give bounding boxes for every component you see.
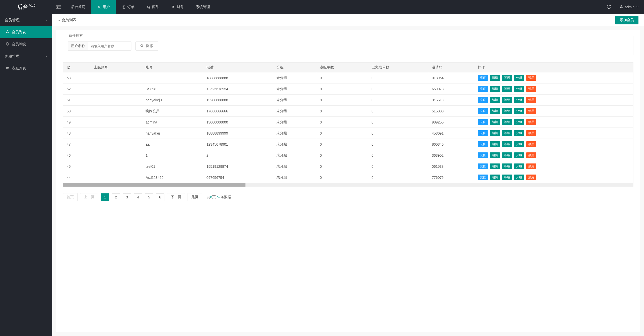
group-button[interactable]: 分组 bbox=[514, 97, 524, 103]
disable-button[interactable]: 禁用 bbox=[526, 175, 536, 180]
horizontal-scrollbar[interactable] bbox=[63, 183, 633, 187]
level-button[interactable]: 等级 bbox=[502, 141, 512, 147]
username-input[interactable] bbox=[88, 42, 131, 50]
table-row: 44Asd123456097656754未分组00776075充值编辑等级分组禁… bbox=[63, 172, 633, 183]
disable-button[interactable]: 禁用 bbox=[526, 152, 536, 158]
sidebar-group-0[interactable]: 会员管理 bbox=[0, 14, 52, 26]
group-button[interactable]: 分组 bbox=[514, 108, 524, 114]
refresh-button[interactable] bbox=[603, 5, 614, 10]
table-row: 48nanyakeji18888899999未分组00453091充值编辑等级分… bbox=[63, 128, 633, 139]
recharge-button[interactable]: 充值 bbox=[478, 141, 488, 147]
edit-button[interactable]: 编辑 bbox=[490, 108, 500, 114]
col-header-2: 账号 bbox=[142, 63, 203, 72]
edit-button[interactable]: 编辑 bbox=[490, 86, 500, 92]
group-button[interactable]: 分组 bbox=[514, 130, 524, 136]
recharge-button[interactable]: 充值 bbox=[478, 130, 488, 136]
nav-tab-2[interactable]: 订单 bbox=[116, 0, 140, 14]
level-button[interactable]: 等级 bbox=[502, 152, 512, 158]
group-button[interactable]: 分组 bbox=[514, 175, 524, 180]
table-cell: 17666666666 bbox=[203, 106, 273, 117]
table-cell: 0 bbox=[368, 128, 428, 139]
edit-button[interactable]: 编辑 bbox=[490, 75, 500, 81]
recharge-button[interactable]: 充值 bbox=[478, 152, 488, 158]
disable-button[interactable]: 禁用 bbox=[526, 163, 536, 169]
table-cell: 50 bbox=[63, 106, 90, 117]
recharge-button[interactable]: 充值 bbox=[478, 86, 488, 92]
level-button[interactable]: 等级 bbox=[502, 86, 512, 92]
recharge-button[interactable]: 充值 bbox=[478, 97, 488, 103]
sidebar-item-0-0[interactable]: 会员列表 bbox=[0, 26, 52, 38]
search-button[interactable]: 搜 索 bbox=[135, 41, 158, 51]
nav-tab-label: 系统管理 bbox=[196, 5, 210, 9]
sidebar-toggle[interactable] bbox=[52, 5, 65, 9]
disable-button[interactable]: 禁用 bbox=[526, 75, 536, 81]
disable-button[interactable]: 禁用 bbox=[526, 130, 536, 136]
page-4[interactable]: 4 bbox=[134, 193, 142, 201]
page-6[interactable]: 6 bbox=[156, 193, 164, 201]
edit-button[interactable]: 编辑 bbox=[490, 119, 500, 125]
edit-button[interactable]: 编辑 bbox=[490, 130, 500, 136]
page-1[interactable]: 1 bbox=[101, 193, 109, 201]
group-button[interactable]: 分组 bbox=[514, 141, 524, 147]
nav-tab-4[interactable]: ¥财务 bbox=[165, 0, 190, 14]
disable-button[interactable]: 禁用 bbox=[526, 97, 536, 103]
sidebar-item-1-0[interactable]: 客服列表 bbox=[0, 62, 52, 74]
sidebar-item-label: 会员等级 bbox=[12, 42, 48, 47]
admin-menu[interactable]: admin bbox=[614, 5, 644, 10]
group-button[interactable]: 分组 bbox=[514, 75, 524, 81]
col-header-7: 邀请码 bbox=[428, 63, 474, 72]
group-button[interactable]: 分组 bbox=[514, 152, 524, 158]
page-3[interactable]: 3 bbox=[123, 193, 131, 201]
nav-tab-label: 订单 bbox=[127, 5, 134, 9]
disable-button[interactable]: 禁用 bbox=[526, 86, 536, 92]
search-button-label: 搜 索 bbox=[146, 44, 153, 48]
group-button[interactable]: 分组 bbox=[514, 86, 524, 92]
username-addon: 用户名称 bbox=[68, 42, 88, 50]
nav-tab-0[interactable]: 后台首页 bbox=[65, 0, 91, 14]
sidebar-item-0-1[interactable]: 会员等级 bbox=[0, 38, 52, 50]
edit-button[interactable]: 编辑 bbox=[490, 152, 500, 158]
page-last[interactable]: 尾页 bbox=[188, 193, 202, 201]
nav-tab-1[interactable]: 用户 bbox=[91, 0, 116, 14]
nav-tab-5[interactable]: 系统管理 bbox=[190, 0, 216, 14]
col-header-4: 分组 bbox=[273, 63, 316, 72]
edit-button[interactable]: 编辑 bbox=[490, 175, 500, 180]
nav-tab-3[interactable]: 商品 bbox=[140, 0, 165, 14]
members-table: ID上级账号账号电话分组该组单数已完成单数邀请码操作 5318888888888… bbox=[63, 62, 633, 183]
table-cell: 52 bbox=[63, 83, 90, 95]
actions-cell: 充值编辑等级分组禁用 bbox=[474, 95, 633, 106]
edit-button[interactable]: 编辑 bbox=[490, 141, 500, 147]
search-icon bbox=[140, 44, 144, 48]
recharge-button[interactable]: 充值 bbox=[478, 119, 488, 125]
level-button[interactable]: 等级 bbox=[502, 130, 512, 136]
recharge-button[interactable]: 充值 bbox=[478, 163, 488, 169]
nav-tab-label: 财务 bbox=[177, 5, 184, 9]
table-cell: 776075 bbox=[428, 172, 474, 183]
level-button[interactable]: 等级 bbox=[502, 97, 512, 103]
team-icon bbox=[6, 66, 9, 71]
recharge-button[interactable]: 充值 bbox=[478, 108, 488, 114]
recharge-button[interactable]: 充值 bbox=[478, 75, 488, 81]
group-button[interactable]: 分组 bbox=[514, 119, 524, 125]
table-row: 49admina13000000000未分组00989255充值编辑等级分组禁用 bbox=[63, 117, 633, 128]
add-member-button[interactable]: 添加会员 bbox=[615, 16, 638, 24]
chevron-down-icon bbox=[636, 5, 639, 9]
sidebar-group-1[interactable]: 客服管理 bbox=[0, 50, 52, 62]
level-button[interactable]: 等级 bbox=[502, 108, 512, 114]
disable-button[interactable]: 禁用 bbox=[526, 108, 536, 114]
edit-button[interactable]: 编辑 bbox=[490, 97, 500, 103]
level-button[interactable]: 等级 bbox=[502, 119, 512, 125]
scrollbar-thumb[interactable] bbox=[63, 183, 245, 187]
group-button[interactable]: 分组 bbox=[514, 163, 524, 169]
page-5[interactable]: 5 bbox=[145, 193, 153, 201]
level-button[interactable]: 等级 bbox=[502, 75, 512, 81]
disable-button[interactable]: 禁用 bbox=[526, 119, 536, 125]
page-next[interactable]: 下一页 bbox=[167, 193, 185, 201]
recharge-button[interactable]: 充值 bbox=[478, 175, 488, 180]
level-button[interactable]: 等级 bbox=[502, 163, 512, 169]
level-button[interactable]: 等级 bbox=[502, 175, 512, 180]
disable-button[interactable]: 禁用 bbox=[526, 141, 536, 147]
table-cell bbox=[90, 150, 142, 161]
page-2[interactable]: 2 bbox=[112, 193, 120, 201]
edit-button[interactable]: 编辑 bbox=[490, 163, 500, 169]
